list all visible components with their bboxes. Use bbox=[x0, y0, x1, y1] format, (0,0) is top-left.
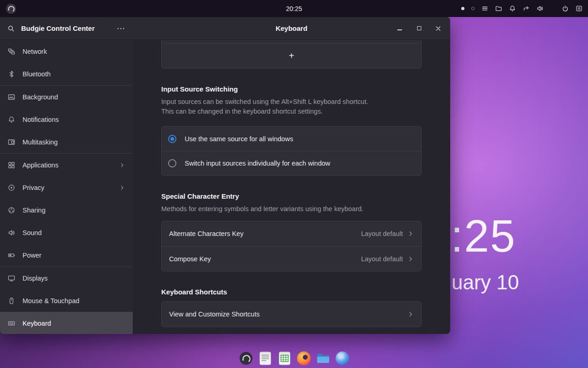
sidebar-item-background[interactable]: Background bbox=[0, 86, 133, 108]
row-label: View and Customize Shortcuts bbox=[169, 310, 260, 318]
page-title: Keyboard bbox=[276, 24, 307, 32]
dock-item-spreadsheet[interactable] bbox=[277, 351, 292, 366]
sidebar-item-label: Privacy bbox=[23, 184, 45, 191]
app-title: Budgie Control Center bbox=[21, 24, 110, 32]
share-icon[interactable] bbox=[523, 5, 530, 12]
sidebar-item-power[interactable]: Power bbox=[0, 244, 133, 266]
sidebar-header: Budgie Control Center ⋯ bbox=[0, 17, 133, 40]
sidebar-item-label: Displays bbox=[23, 275, 48, 282]
status-dot-filled-icon bbox=[461, 7, 464, 10]
files-tray-icon[interactable] bbox=[495, 5, 502, 12]
bell-icon bbox=[8, 116, 15, 123]
row-compose-key[interactable]: Compose Key Layout default bbox=[162, 246, 421, 271]
firefox-icon bbox=[297, 351, 311, 365]
wallpaper-clock-time: :25 bbox=[451, 213, 516, 259]
sidebar-item-privacy[interactable]: Privacy bbox=[0, 176, 133, 199]
battery-icon bbox=[8, 252, 15, 259]
budgie-control-center-window: Budgie Control Center ⋯ Network Bluetoot… bbox=[0, 17, 450, 334]
notifications-bell-icon[interactable] bbox=[509, 5, 516, 12]
chevron-right-icon bbox=[407, 256, 414, 262]
radio-unselected-icon[interactable] bbox=[168, 159, 176, 167]
option-switch-per-window[interactable]: Switch input sources individually for ea… bbox=[162, 151, 421, 175]
sidebar-item-multitasking[interactable]: Multitasking bbox=[0, 131, 133, 153]
close-icon bbox=[435, 26, 441, 31]
dock-item-text-editor[interactable] bbox=[258, 351, 273, 366]
text-document-icon bbox=[259, 351, 271, 365]
sidebar-item-label: Keyboard bbox=[23, 320, 51, 327]
minimize-icon bbox=[397, 29, 402, 30]
chevron-right-icon bbox=[119, 185, 125, 190]
input-source-switching-description: Input sources can be switched using the … bbox=[161, 97, 422, 116]
close-button[interactable] bbox=[433, 23, 444, 34]
wallpaper-clock-date: uary 10 bbox=[452, 272, 519, 293]
dock bbox=[238, 351, 350, 366]
power-icon[interactable] bbox=[562, 5, 569, 12]
sidebar-item-sharing[interactable]: Sharing bbox=[0, 199, 133, 221]
sidebar-item-keyboard[interactable]: Keyboard bbox=[0, 312, 133, 334]
sidebar-item-mouse-touchpad[interactable]: Mouse & Touchpad bbox=[0, 289, 133, 312]
dock-item-software[interactable] bbox=[335, 351, 350, 366]
chevron-right-icon bbox=[407, 230, 414, 237]
sidebar-item-sound[interactable]: Sound bbox=[0, 221, 133, 244]
monitor-icon bbox=[8, 275, 15, 282]
volume-icon[interactable] bbox=[537, 5, 543, 12]
input-sources-card: + bbox=[161, 40, 422, 69]
add-input-source-button[interactable]: + bbox=[162, 44, 421, 68]
row-alternate-characters-key[interactable]: Alternate Characters Key Layout default bbox=[162, 221, 421, 246]
window-controls bbox=[394, 17, 444, 40]
sidebar-item-network[interactable]: Network bbox=[0, 40, 133, 63]
search-icon[interactable] bbox=[7, 25, 15, 32]
input-source-switching-options: Use the same source for all windows Swit… bbox=[161, 126, 422, 176]
sidebar-item-label: Power bbox=[23, 252, 41, 259]
bluetooth-icon bbox=[8, 70, 15, 78]
section-heading-keyboard-shortcuts: Keyboard Shortcuts bbox=[161, 288, 422, 296]
sidebar-item-label: Mouse & Touchpad bbox=[23, 297, 79, 305]
option-same-source-all-windows[interactable]: Use the same source for all windows bbox=[162, 126, 421, 151]
sidebar-item-displays[interactable]: Displays bbox=[0, 267, 133, 289]
settings-scroll-area[interactable]: + Input Source Switching Input sources c… bbox=[133, 40, 450, 334]
sharing-icon bbox=[8, 207, 15, 214]
minimize-button[interactable] bbox=[394, 23, 405, 34]
sidebar-item-applications[interactable]: Applications bbox=[0, 154, 133, 176]
row-value: Layout default bbox=[361, 230, 403, 237]
sidebar-item-label: Multitasking bbox=[23, 138, 58, 146]
content-header: Keyboard bbox=[133, 17, 450, 40]
keyboard-icon bbox=[8, 320, 15, 327]
dock-item-files[interactable] bbox=[316, 351, 331, 366]
radio-selected-icon[interactable] bbox=[168, 135, 176, 143]
dock-item-firefox[interactable] bbox=[296, 351, 311, 366]
maximize-icon bbox=[417, 26, 421, 30]
privacy-icon bbox=[8, 184, 15, 191]
dock-item-budgie-menu[interactable] bbox=[238, 351, 254, 366]
primary-menu-button[interactable]: ⋯ bbox=[117, 23, 125, 34]
sidebar-nav: Network Bluetooth Background Notificatio… bbox=[0, 40, 133, 334]
sidebar-item-label: Applications bbox=[23, 161, 58, 169]
sidebar-item-label: Sound bbox=[23, 229, 42, 236]
maximize-button[interactable] bbox=[413, 23, 424, 34]
sidebar-item-label: Notifications bbox=[23, 116, 59, 123]
desktop: :25 uary 10 20:25 bbox=[0, 0, 588, 368]
special-character-entry-description: Methods for entering symbols and letter … bbox=[161, 204, 422, 214]
keyboard-shortcuts-rows: View and Customize Shortcuts bbox=[161, 301, 422, 327]
status-dot-empty-icon bbox=[471, 7, 475, 10]
content-pane: Keyboard + Input Source Switching Input … bbox=[133, 17, 450, 334]
special-character-entry-rows: Alternate Characters Key Layout default … bbox=[161, 221, 422, 271]
row-label: Compose Key bbox=[169, 255, 211, 263]
budgie-logo-icon[interactable] bbox=[6, 3, 17, 14]
speaker-icon bbox=[8, 229, 15, 236]
description-line-2: This can be changed in the keyboard shor… bbox=[161, 107, 422, 116]
row-view-customize-shortcuts[interactable]: View and Customize Shortcuts bbox=[162, 302, 421, 327]
background-icon bbox=[8, 93, 15, 101]
sidebar-item-notifications[interactable]: Notifications bbox=[0, 108, 133, 131]
sidebar-item-bluetooth[interactable]: Bluetooth bbox=[0, 63, 133, 85]
sidebar-item-label: Sharing bbox=[23, 207, 45, 214]
sidebar-item-label: Network bbox=[23, 48, 47, 55]
input-source-row-partial bbox=[162, 40, 421, 44]
tray-indicator-icon[interactable] bbox=[576, 5, 582, 12]
network-icon bbox=[8, 48, 15, 55]
top-panel: 20:25 bbox=[0, 0, 588, 17]
mouse-icon bbox=[8, 297, 15, 305]
spreadsheet-icon bbox=[278, 351, 290, 365]
description-line-1: Input sources can be switched using the … bbox=[161, 97, 422, 107]
menu-icon[interactable] bbox=[481, 5, 488, 12]
